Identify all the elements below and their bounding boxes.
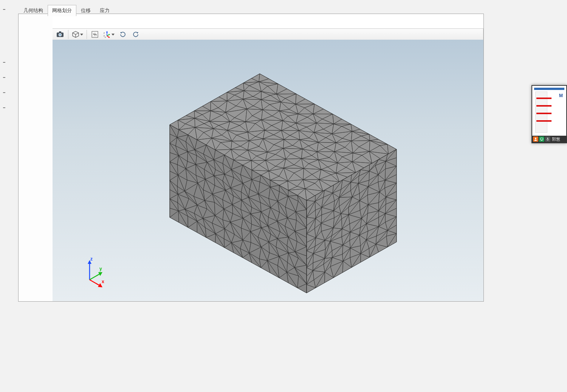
- edge-mark: [3, 107, 5, 108]
- tab-displacement[interactable]: 位移: [76, 5, 95, 16]
- viewport-left-gutter: [19, 14, 53, 301]
- svg-marker-10: [106, 31, 108, 33]
- svg-text:x: x: [105, 36, 106, 38]
- edge-mark: [3, 9, 5, 10]
- svg-text:z: z: [104, 32, 105, 34]
- svg-marker-18: [120, 32, 122, 34]
- toolbar-separator: [68, 30, 68, 39]
- svg-line-27: [90, 280, 100, 286]
- svg-marker-19: [136, 32, 138, 34]
- screen-share-thumbnail[interactable]: M 郭慧: [531, 85, 567, 143]
- shared-doc-preview: M: [534, 88, 564, 134]
- svg-rect-32: [547, 138, 548, 139]
- orientation-button[interactable]: zyx: [102, 29, 116, 39]
- svg-point-29: [535, 138, 536, 139]
- viewport-toolbar: zyx: [53, 28, 483, 40]
- view-tabs: 几何结构 网格划分 位移 应力: [19, 5, 114, 16]
- screenshot-button[interactable]: [54, 29, 66, 39]
- rotate-ccw-button[interactable]: [130, 29, 142, 39]
- share-username: 郭慧: [552, 136, 560, 142]
- mic-icon: [545, 136, 550, 142]
- chevron-down-icon: [112, 34, 115, 36]
- axis-z-label: z: [90, 256, 93, 262]
- rotate-cw-button[interactable]: [117, 29, 129, 39]
- cube-view-button[interactable]: [70, 29, 85, 39]
- toolbar-separator: [87, 30, 87, 39]
- tab-geometry[interactable]: 几何结构: [19, 5, 48, 16]
- axis-x-label: x: [102, 279, 104, 284]
- svg-line-25: [90, 274, 100, 280]
- mesh-render: [53, 40, 483, 301]
- tab-mesh[interactable]: 网格划分: [48, 5, 76, 16]
- svg-rect-1: [59, 31, 61, 33]
- svg-point-3: [59, 34, 61, 36]
- participant-icon: [533, 136, 538, 142]
- chevron-down-icon: [80, 34, 83, 36]
- fit-view-button[interactable]: [89, 29, 101, 39]
- svg-rect-30: [541, 138, 543, 140]
- share-overlay-bar: 郭慧: [532, 136, 566, 143]
- edge-mark: [3, 77, 5, 78]
- mesh-canvas[interactable]: z y x: [53, 40, 483, 301]
- share-icon: [539, 136, 544, 142]
- edge-mark: [3, 92, 5, 93]
- axis-triad: z y x: [81, 258, 112, 289]
- viewport-panel: zyx z y x: [18, 14, 484, 302]
- tab-stress[interactable]: 应力: [95, 5, 114, 16]
- edge-mark: [3, 62, 5, 63]
- axis-y-label: y: [99, 266, 102, 271]
